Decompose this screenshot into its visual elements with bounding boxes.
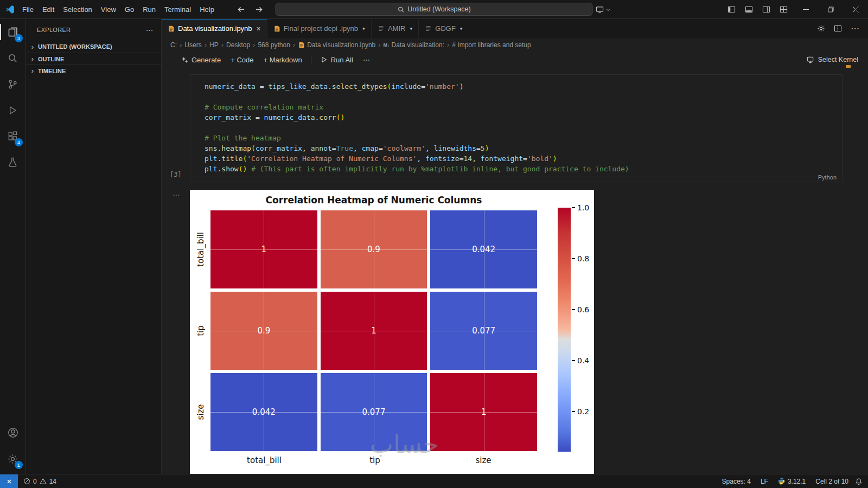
badge-count: 3 — [15, 34, 23, 42]
breadcrumb-item-data-visualization-ipynb[interactable]: Data visualization.ipynb — [298, 41, 375, 49]
sidebar-section-untitled-workspace[interactable]: ›UNTITLED (WORKSPACE) — [26, 41, 161, 53]
activity-explorer-button[interactable]: 3 — [0, 19, 25, 45]
tab-final-project-depi-ipynb[interactable]: Final project depi .ipynb● — [267, 19, 372, 38]
activity-run-debug-button[interactable] — [0, 97, 25, 123]
customize-layout-icon[interactable] — [780, 5, 788, 14]
code-line[interactable] — [205, 123, 838, 133]
remote-indicator[interactable] — [0, 474, 18, 488]
heatmap-cell-tip-tip: 1 — [321, 292, 427, 370]
heatmap-grid: 10.90.0420.910.0770.0420.0771 — [210, 210, 537, 451]
tab-bar: Data visualization.ipynb×Final project d… — [162, 19, 868, 38]
tab-amir[interactable]: AMIR● — [372, 19, 419, 38]
dirty-indicator[interactable]: ● — [362, 26, 365, 31]
code-line[interactable]: numeric_data = tips_like_data.select_dty… — [205, 81, 838, 92]
run-all-button[interactable]: Run All — [316, 54, 358, 66]
menu-go[interactable]: Go — [120, 4, 138, 15]
heatmap-cell-size-tip: 0.077 — [321, 373, 427, 451]
add-code-button[interactable]: + Code — [226, 54, 258, 66]
menu-view[interactable]: View — [97, 4, 120, 15]
menu-terminal[interactable]: Terminal — [160, 4, 195, 15]
menu-run[interactable]: Run — [138, 4, 160, 15]
status-spaces-4[interactable]: Spaces: 4 — [719, 474, 754, 488]
code-cell[interactable]: numeric_data = tips_like_data.select_dty… — [190, 74, 843, 182]
colorbar — [558, 208, 571, 452]
activity-accounts-button[interactable] — [0, 420, 25, 446]
dirty-indicator[interactable]: ● — [460, 26, 463, 31]
breadcrumb-item-data-visualization[interactable]: M↓Data visualization: — [384, 41, 444, 49]
close-icon[interactable]: × — [257, 24, 261, 33]
sidebar-section-outline[interactable]: ›OUTLINE — [26, 53, 161, 65]
badge-count: 4 — [15, 138, 23, 146]
section-label: UNTITLED (WORKSPACE) — [38, 43, 112, 50]
toggle-secondary-sidebar-icon[interactable] — [762, 5, 770, 14]
notifications-bell[interactable] — [852, 474, 868, 488]
status-3-12-1[interactable]: 3.12.1 — [775, 474, 809, 488]
configure-gear-icon[interactable] — [817, 24, 825, 33]
source-control-icon — [7, 79, 18, 90]
menu-bar: FileEditSelectionViewGoRunTerminalHelp — [18, 4, 219, 15]
toggle-sidebar-icon[interactable] — [727, 5, 736, 14]
code-line[interactable]: # Plot the heatmap — [205, 133, 838, 143]
sparkle-icon — [181, 56, 188, 63]
code-line[interactable]: # Compute correlation matrix — [205, 102, 838, 112]
play-icon — [320, 56, 328, 63]
select-kernel-button[interactable]: Select Kernel — [806, 56, 858, 64]
heatmap-cell-total-bill-size: 0.042 — [430, 210, 537, 288]
split-editor-icon[interactable] — [834, 24, 842, 33]
tab-data-visualization-ipynb[interactable]: Data visualization.ipynb× — [162, 19, 267, 38]
status-right-items: Spaces: 4LF3.12.1Cell 2 of 10 — [719, 474, 852, 488]
breadcrumb-item-desktop[interactable]: Desktop — [226, 41, 250, 49]
warning-count: 14 — [49, 478, 56, 485]
menu-file[interactable]: File — [18, 4, 38, 15]
menu-edit[interactable]: Edit — [38, 4, 59, 15]
breadcrumb-item-hp[interactable]: HP — [209, 41, 219, 49]
activity-extensions-button[interactable]: 4 — [0, 123, 25, 149]
bell-icon — [855, 478, 863, 485]
forward-icon[interactable] — [255, 5, 263, 14]
status-cell-2-of-10[interactable]: Cell 2 of 10 — [812, 474, 852, 488]
breadcrumb-item-import-libraries-and-setup[interactable]: # Import libraries and setup — [452, 41, 531, 49]
close-button[interactable] — [843, 0, 868, 19]
chevron-right-icon: › — [28, 55, 37, 63]
add-markdown-button[interactable]: + Markdown — [259, 54, 307, 66]
title-bar: FileEditSelectionViewGoRunTerminalHelp U… — [0, 0, 868, 19]
sidebar-section-timeline[interactable]: ›TIMELINE — [26, 65, 161, 76]
activity-source-control-button[interactable] — [0, 71, 25, 97]
output-menu-button[interactable]: ⋯ — [173, 190, 181, 199]
code-line[interactable]: plt.title('Correlation Heatmap of Numeri… — [205, 153, 838, 164]
cell-output-figure: Correlation Heatmap of Numeric Columns t… — [190, 190, 594, 474]
generate-button[interactable]: Generate — [177, 54, 225, 66]
toolbar-divider — [311, 56, 311, 64]
y-tick-label: total_bill — [196, 232, 206, 267]
toolbar-more-button[interactable]: ⋯ — [359, 54, 374, 66]
code-line[interactable]: plt.show() # (This part is often implici… — [205, 164, 838, 174]
activity-testing-button[interactable] — [0, 149, 25, 175]
dirty-indicator[interactable]: ● — [410, 26, 412, 31]
tab-gdgf[interactable]: GDGF● — [419, 19, 469, 38]
activity-settings-button[interactable]: 1 — [0, 446, 25, 472]
problems-indicator[interactable]: 0 14 — [18, 474, 62, 488]
toggle-panel-icon[interactable] — [745, 5, 753, 14]
heatmap-cell-tip-total-bill: 0.9 — [210, 292, 317, 370]
code-line[interactable]: corr_matrix = numeric_data.corr() — [205, 112, 838, 123]
code-line[interactable]: sns.heatmap(corr_matrix, annot=True, cma… — [205, 143, 838, 153]
code-editor[interactable]: numeric_data = tips_like_data.select_dty… — [205, 81, 838, 174]
error-icon — [23, 478, 30, 485]
titlebar-actions-dropdown[interactable] — [596, 0, 611, 19]
breadcrumb-item-568-python[interactable]: 568 python — [258, 41, 290, 49]
command-center-search[interactable]: Untitled (Workspace) — [276, 3, 593, 16]
breadcrumb-item-users[interactable]: Users — [184, 41, 201, 49]
kernel-icon — [806, 56, 814, 64]
menu-help[interactable]: Help — [195, 4, 219, 15]
restore-button[interactable] — [818, 0, 843, 19]
back-icon[interactable] — [237, 5, 245, 14]
breadcrumb-item-c[interactable]: C: — [170, 41, 177, 49]
sidebar-more-icon[interactable]: ⋯ — [146, 25, 154, 34]
cell-language-picker[interactable]: Python — [818, 174, 837, 181]
menu-selection[interactable]: Selection — [59, 4, 96, 15]
more-actions-icon[interactable]: ⋯ — [851, 23, 859, 34]
status-lf[interactable]: LF — [757, 474, 771, 488]
minimize-button[interactable] — [793, 0, 818, 19]
code-line[interactable] — [205, 92, 838, 102]
activity-search-button[interactable] — [0, 45, 25, 71]
